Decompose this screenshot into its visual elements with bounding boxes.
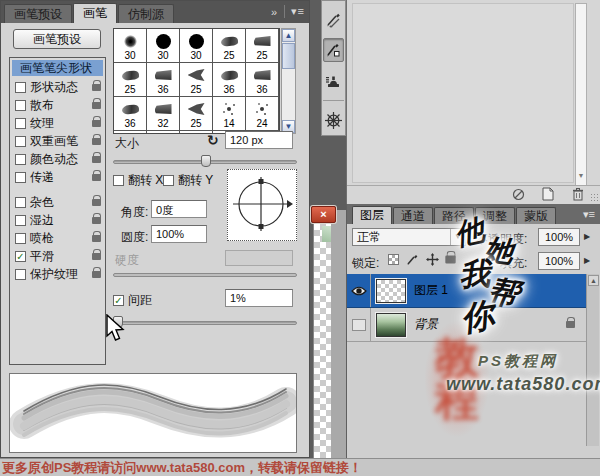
- size-input[interactable]: 120 px: [225, 131, 293, 149]
- scroll-up-icon[interactable]: ▲: [588, 275, 599, 286]
- lock-transparency-icon[interactable]: [388, 254, 399, 265]
- collapse-panel-icon[interactable]: »: [271, 6, 278, 18]
- clone-source-icon[interactable]: [323, 69, 344, 93]
- brush-grid-scrollbar[interactable]: ▲ ▼: [281, 28, 296, 134]
- opacity-slider-icon[interactable]: ▶: [584, 232, 590, 241]
- brushes-icon[interactable]: [323, 7, 344, 31]
- spacing-option[interactable]: 间距: [113, 292, 152, 309]
- brush-preset-cell[interactable]: [147, 131, 180, 134]
- brush-preset-cell[interactable]: 25: [180, 63, 213, 97]
- brush-option-row[interactable]: 双重画笔: [10, 132, 105, 150]
- lock-pixels-icon[interactable]: [406, 253, 419, 266]
- spacing-checkbox[interactable]: [113, 295, 124, 306]
- brush-preset-cell[interactable]: 14: [213, 97, 246, 131]
- styles-scrollbar[interactable]: [575, 3, 587, 186]
- spacing-slider-track[interactable]: [113, 321, 297, 325]
- brush-option-row[interactable]: 散布: [10, 96, 105, 114]
- new-style-button[interactable]: [540, 187, 556, 201]
- layer-thumbnail[interactable]: [376, 279, 406, 303]
- option-checkbox[interactable]: [15, 251, 26, 262]
- fill-value[interactable]: 100%: [538, 252, 580, 270]
- blend-mode-select[interactable]: 正常 ▼: [352, 228, 466, 246]
- brush-option-row[interactable]: 纹理: [10, 114, 105, 132]
- brush-preset-cell[interactable]: 25: [213, 29, 246, 63]
- lock-all-icon[interactable]: [445, 255, 455, 263]
- lock-icon: [92, 199, 101, 206]
- brush-presets-button[interactable]: 画笔预设: [13, 29, 101, 49]
- angle-label: 角度:: [121, 204, 148, 221]
- brush-preset-cell[interactable]: 25: [180, 97, 213, 131]
- flip-y-checkbox[interactable]: [163, 175, 174, 186]
- option-checkbox[interactable]: [15, 100, 26, 111]
- brush-option-row[interactable]: 杂色: [10, 193, 105, 211]
- visibility-toggle[interactable]: [347, 308, 371, 341]
- option-checkbox[interactable]: [15, 197, 26, 208]
- brush-preset-cell[interactable]: 30: [180, 29, 213, 63]
- clear-style-button[interactable]: [510, 187, 526, 201]
- option-checkbox[interactable]: [15, 82, 26, 93]
- flip-x-option[interactable]: 翻转 X: [113, 172, 163, 189]
- brush-preset-cell[interactable]: 30: [147, 29, 180, 63]
- brush-preset-cell[interactable]: 36: [246, 63, 279, 97]
- layer-thumbnail[interactable]: [376, 313, 406, 337]
- scrollbar-thumb[interactable]: [282, 43, 295, 69]
- size-slider-handle[interactable]: [201, 155, 211, 167]
- tab-仿制源[interactable]: 仿制源: [118, 4, 174, 23]
- brush-preset-cell[interactable]: 36: [213, 63, 246, 97]
- brush-option-row[interactable]: 喷枪: [10, 229, 105, 247]
- close-icon[interactable]: [311, 206, 336, 223]
- brush-option-row[interactable]: 形状动态: [10, 78, 105, 96]
- brush-option-row[interactable]: 湿边: [10, 211, 105, 229]
- layers-scrollbar[interactable]: ▲: [586, 274, 599, 446]
- brush-option-row[interactable]: 保护纹理: [10, 265, 105, 283]
- panel-menu-icon[interactable]: ▾≡: [284, 5, 305, 18]
- tab-通道[interactable]: 通道: [393, 207, 433, 224]
- fill-slider-icon[interactable]: ▶: [584, 256, 590, 265]
- roundness-input[interactable]: 100%: [151, 225, 207, 243]
- option-checkbox[interactable]: [15, 269, 26, 280]
- angle-roundness-dial[interactable]: [227, 169, 297, 241]
- resize-grip[interactable]: [590, 193, 599, 202]
- option-checkbox[interactable]: [15, 154, 26, 165]
- brush-tip-shape-item[interactable]: 画笔笔尖形状: [12, 60, 103, 76]
- tab-蒙版[interactable]: 蒙版: [516, 207, 556, 224]
- angle-input[interactable]: 0度: [151, 200, 207, 218]
- lock-position-icon[interactable]: [426, 253, 439, 266]
- tab-画笔预设[interactable]: 画笔预设: [4, 4, 72, 23]
- option-checkbox[interactable]: [15, 172, 26, 183]
- brush-option-row[interactable]: 颜色动态: [10, 150, 105, 168]
- navigator-icon[interactable]: [323, 108, 344, 132]
- scroll-up-icon[interactable]: ▲: [282, 29, 295, 42]
- panel-menu-icon[interactable]: ▾≡: [583, 208, 595, 221]
- tab-图层[interactable]: 图层: [352, 206, 392, 224]
- brush-preset-cell[interactable]: 24: [246, 97, 279, 131]
- option-checkbox[interactable]: [15, 215, 26, 226]
- option-checkbox[interactable]: [15, 233, 26, 244]
- scroll-down-icon[interactable]: ▼: [575, 172, 587, 179]
- brush-option-row[interactable]: 传递: [10, 168, 105, 186]
- brush-option-row[interactable]: 平滑: [10, 247, 105, 265]
- visibility-toggle[interactable]: [347, 274, 371, 307]
- opacity-value[interactable]: 100%: [538, 228, 580, 246]
- brush-size: 36: [223, 84, 234, 95]
- lock-icon: [92, 84, 101, 91]
- flip-x-checkbox[interactable]: [113, 175, 124, 186]
- bottom-watermark-bar: 更多原创PS教程请访问www.tata580.com，转载请保留链接！: [0, 458, 600, 476]
- tab-画笔[interactable]: 画笔: [73, 3, 117, 23]
- option-checkbox[interactable]: [15, 136, 26, 147]
- brush-panel-icon[interactable]: [323, 38, 344, 62]
- option-label: 平滑: [30, 248, 88, 265]
- delete-icon[interactable]: [570, 187, 586, 201]
- brush-preset-cell[interactable]: 32: [147, 97, 180, 131]
- option-label: 纹理: [30, 115, 88, 132]
- brush-preset-cell[interactable]: 25: [114, 63, 147, 97]
- brush-preset-cell[interactable]: 25: [246, 29, 279, 63]
- brush-preset-cell[interactable]: [114, 131, 147, 134]
- brush-preset-cell[interactable]: 30: [114, 29, 147, 63]
- flip-y-option[interactable]: 翻转 Y: [163, 172, 213, 189]
- reset-size-icon[interactable]: ↻: [207, 132, 219, 148]
- option-checkbox[interactable]: [15, 118, 26, 129]
- brush-preset-cell[interactable]: 36: [114, 97, 147, 131]
- spacing-input[interactable]: 1%: [225, 289, 293, 307]
- brush-preset-cell[interactable]: 36: [147, 63, 180, 97]
